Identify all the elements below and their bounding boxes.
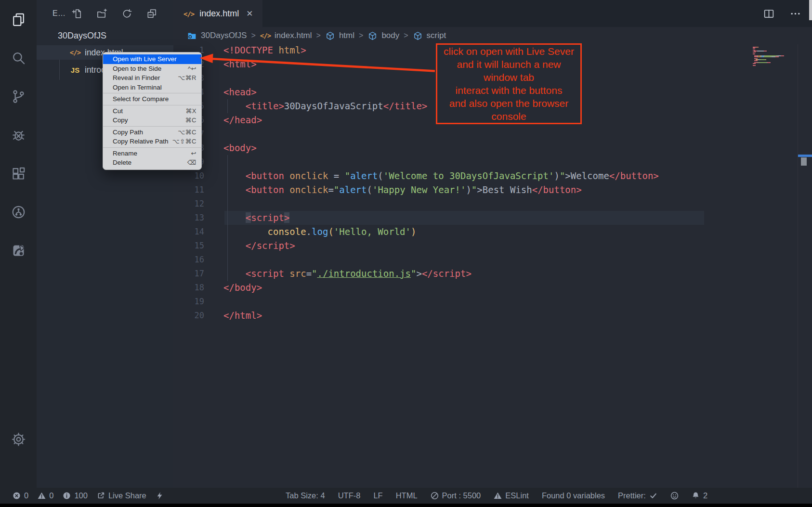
menu-item-copy-relative-path[interactable]: Copy Relative Path⌥⇧⌘C [103, 137, 201, 146]
menu-item-label: Reveal in Finder [113, 74, 160, 81]
menu-item-open-in-terminal[interactable]: Open in Terminal [103, 83, 201, 92]
line-number: 16 [173, 253, 204, 267]
activity-files-icon[interactable] [0, 0, 37, 39]
code-line-8: 8<body> [173, 141, 812, 155]
status-tab-size-4[interactable]: Tab Size: 4 [286, 491, 325, 500]
line-number: 17 [173, 267, 204, 281]
status-utf-8[interactable]: UTF-8 [338, 491, 361, 500]
live-share-icon [97, 492, 105, 500]
status-100[interactable]: 100 [63, 491, 88, 500]
menu-item-cut[interactable]: Cut⌘X [103, 106, 201, 116]
code-text: </script> [223, 239, 295, 253]
menu-item-label: Cut [113, 107, 123, 115]
status-label: Port : 5500 [442, 491, 481, 500]
code-text: <button onclick = "alert('Welcome to 30D… [223, 169, 659, 183]
status-smiley-icon[interactable] [670, 492, 679, 500]
code-line-15: 15 </script> [173, 239, 812, 253]
ellipsis-icon[interactable] [789, 8, 801, 20]
overview-scroll-marker[interactable] [801, 157, 807, 166]
status-live-share[interactable]: Live Share [97, 491, 146, 500]
annotation-box: click on open with Live Severand it will… [436, 43, 582, 124]
menu-item-open-with-live-server[interactable]: Open with Live Server [103, 54, 201, 64]
menu-item-open-to-the-side[interactable]: Open to the Side^↩ [103, 64, 201, 74]
menu-item-delete[interactable]: Delete⌫ [103, 158, 201, 168]
activity-search-icon[interactable] [0, 39, 37, 77]
breadcrumb-script[interactable]: script [413, 31, 446, 41]
status-0[interactable]: 0 [13, 491, 28, 500]
scrollbar-thumb[interactable] [809, 0, 812, 20]
menu-item-shortcut: ⌘X [185, 107, 196, 115]
refresh-icon[interactable] [121, 8, 132, 19]
status-bolt-icon[interactable] [156, 492, 164, 500]
menu-item-shortcut: ⌥⌘R [178, 74, 196, 81]
status-html[interactable]: HTML [396, 491, 418, 500]
menu-item-rename[interactable]: Rename↩ [103, 149, 201, 158]
menu-item-shortcut: ^↩ [188, 65, 196, 72]
menu-item-select-for-compare[interactable]: Select for Compare [103, 94, 201, 104]
minimap[interactable] [753, 47, 797, 66]
activity-source-control-icon[interactable] [0, 77, 37, 116]
activity-circle-branch-icon[interactable] [0, 193, 37, 231]
error-circle-icon [13, 492, 21, 500]
breadcrumb-index-html[interactable]: </>index.html [260, 31, 312, 40]
minimap-line [753, 65, 797, 66]
activity-gear-icon[interactable] [0, 420, 37, 458]
breadcrumb-label: body [381, 31, 399, 40]
breadcrumb-body[interactable]: body [367, 31, 399, 41]
status-eslint[interactable]: ESLint [494, 491, 529, 500]
collapse-all-icon[interactable] [146, 8, 157, 19]
menu-item-label: Copy Relative Path [113, 138, 169, 145]
js-icon: JS [69, 66, 81, 74]
code-text: </body> [223, 281, 262, 295]
status-prettier[interactable]: Prettier: [618, 491, 657, 500]
breadcrumb-html[interactable]: html [325, 31, 354, 41]
tree-root-folder[interactable]: 30DaysOfJS [37, 28, 173, 43]
overview-ruler [798, 44, 798, 488]
status-found-0-variables[interactable]: Found 0 variables [542, 491, 605, 500]
tab-close-icon[interactable]: ✕ [246, 9, 253, 19]
breadcrumb-separator: > [359, 31, 363, 40]
status-2[interactable]: 2 [692, 491, 707, 500]
status-bar-right: Tab Size: 4UTF-8LFHTMLPort : 5500ESLintF… [286, 488, 707, 504]
code-text: <script> [223, 211, 289, 225]
search-icon [11, 50, 26, 66]
breadcrumb-label: 30DaysOfJS [201, 31, 247, 40]
menu-item-copy-path[interactable]: Copy Path⌥⌘C [103, 128, 201, 137]
menu-item-copy[interactable]: Copy⌘C [103, 116, 201, 125]
status-port-5500[interactable]: Port : 5500 [431, 491, 481, 500]
menu-item-label: Open to the Side [113, 65, 161, 72]
menu-item-reveal-in-finder[interactable]: Reveal in Finder⌥⌘R [103, 73, 201, 83]
smiley-icon [670, 492, 679, 500]
files-icon [11, 12, 26, 27]
status-label: HTML [396, 491, 418, 500]
menu-separator [103, 105, 201, 105]
new-folder-icon[interactable] [96, 8, 107, 19]
code-line-19: 19 [173, 295, 812, 309]
breadcrumb-30daysofjs[interactable]: 30DaysOfJS [187, 31, 247, 41]
line-number: 14 [173, 225, 204, 239]
status-label: UTF-8 [338, 491, 361, 500]
debug-icon [11, 127, 26, 143]
line-number: 20 [173, 309, 204, 323]
new-file-icon[interactable] [71, 8, 82, 19]
status-lf[interactable]: LF [373, 491, 382, 500]
menu-item-shortcut: ⌘C [185, 117, 196, 124]
info-circle-icon [63, 492, 71, 500]
breadcrumb-separator: > [404, 31, 408, 40]
menu-item-label: Copy Path [113, 129, 143, 136]
split-icon[interactable] [763, 8, 775, 20]
html-file-icon: </> [183, 9, 194, 19]
code-line-17: 17 <script src="./introduction.js"></scr… [173, 267, 812, 281]
status-bar-left: 00100Live Share [13, 488, 164, 504]
activity-debug-icon[interactable] [0, 116, 37, 154]
tab-strip: </> index.html ✕ [173, 0, 812, 27]
code-line-18: 18</body> [173, 281, 812, 295]
activity-bar-bottom [0, 420, 37, 458]
status-bar: 00100Live Share Tab Size: 4UTF-8LFHTMLPo… [0, 488, 812, 504]
status-0[interactable]: 0 [38, 491, 53, 500]
activity-extensions-icon[interactable] [0, 154, 37, 193]
menu-separator [103, 126, 201, 127]
gear-icon [11, 431, 26, 447]
activity-share-icon[interactable] [0, 231, 37, 270]
tab-index-html[interactable]: </> index.html ✕ [173, 0, 262, 27]
